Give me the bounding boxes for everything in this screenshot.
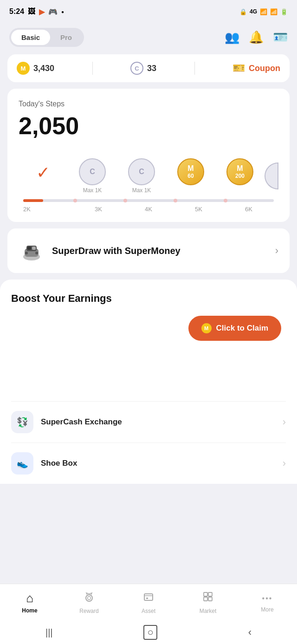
svg-rect-12 xyxy=(208,592,212,596)
superdraw-banner[interactable]: SuperDraw with SuperMoney › xyxy=(7,228,290,273)
shoebox-chevron: › xyxy=(283,457,286,469)
claim-button[interactable]: M Click to Claim xyxy=(188,316,281,341)
supercash-chevron: › xyxy=(283,416,286,428)
nav-asset-label: Asset xyxy=(142,608,155,614)
svg-point-7 xyxy=(86,595,92,601)
status-battery-icon: 🔋 xyxy=(280,8,288,15)
divider-1 xyxy=(92,62,93,75)
milestone-check-icon: ✓ xyxy=(30,159,57,186)
progress-fill xyxy=(23,199,43,202)
plan-toggle[interactable]: Basic Pro xyxy=(9,28,84,47)
nav-reward-label: Reward xyxy=(79,608,98,614)
supercash-text: SuperCash Exchange xyxy=(41,417,122,427)
status-dot: ● xyxy=(61,9,64,14)
svg-rect-14 xyxy=(208,597,212,601)
sys-back-btn[interactable]: ‹ xyxy=(248,626,252,638)
progress-label-5k: 5K xyxy=(174,206,224,213)
shoebox-item[interactable]: 👟 Shoe Box › xyxy=(11,442,286,484)
c-coin-icon: C xyxy=(130,62,143,75)
nav-home-label: Home xyxy=(22,607,37,614)
profile-icon[interactable]: 👥 xyxy=(225,30,239,45)
progress-label-6k: 6K xyxy=(224,206,274,213)
progress-label-2k: 2K xyxy=(23,206,73,213)
progress-dot-2 xyxy=(123,199,127,202)
status-bar: 5:24 🖼 ▶ 🎮 ● 🔒 4G 📶 📶 🔋 xyxy=(0,0,297,23)
nav-home[interactable]: ⌂ Home xyxy=(0,584,59,621)
nav-reward[interactable]: Reward xyxy=(59,584,119,621)
header: Basic Pro 👥 🔔 🪪 xyxy=(0,23,297,54)
svg-rect-13 xyxy=(204,597,207,601)
list-section: 💱 SuperCash Exchange › 👟 Shoe Box › xyxy=(11,401,286,484)
nav-market-label: Market xyxy=(200,608,217,614)
svg-point-5 xyxy=(35,252,38,254)
status-signal2-icon: 📶 xyxy=(270,8,278,15)
boost-section: Boost Your Earnings M Click to Claim 💱 S… xyxy=(0,280,297,484)
steps-card: Today's Steps 2,050 ✓ C Max 1K C Max 1K xyxy=(7,89,290,222)
progress-dot-1 xyxy=(73,199,77,202)
progress-dot-4 xyxy=(224,199,227,202)
svg-point-8 xyxy=(88,597,91,600)
progress-track xyxy=(23,199,274,202)
milestone-sub-4 xyxy=(239,187,240,194)
shoebox-icon: 👟 xyxy=(11,452,33,475)
progress-container: 2K 3K 4K 5K 6K xyxy=(23,199,274,213)
milestone-c-1: C xyxy=(79,158,106,185)
c-coins-value: 33 xyxy=(147,64,156,73)
header-icons: 👥 🔔 🪪 xyxy=(225,30,288,45)
coupon-ticket-icon: 🎫 xyxy=(232,62,245,74)
claim-label: Click to Claim xyxy=(216,324,268,333)
status-photo-icon: 🖼 xyxy=(28,7,35,16)
robot-vacuum-icon xyxy=(19,238,45,264)
milestone-4: M 200 xyxy=(215,158,265,194)
m-coins-value: 3,430 xyxy=(33,64,54,73)
bottom-nav: ⌂ Home Reward Asset xyxy=(0,584,297,621)
nav-more[interactable]: ••• More xyxy=(238,584,297,621)
milestone-3: M 60 xyxy=(166,158,215,194)
milestones-row: ✓ C Max 1K C Max 1K M 60 xyxy=(19,158,278,194)
c-coins[interactable]: C 33 xyxy=(130,62,156,75)
supercash-item[interactable]: 💱 SuperCash Exchange › xyxy=(11,401,286,442)
shoebox-text: Shoe Box xyxy=(41,459,77,468)
milestone-0: ✓ xyxy=(19,159,68,193)
sys-home-btn[interactable]: ○ xyxy=(143,625,157,640)
nav-asset[interactable]: Asset xyxy=(119,584,178,621)
milestone-c-2: C xyxy=(128,158,155,185)
nav-market[interactable]: Market xyxy=(178,584,238,621)
divider-2 xyxy=(194,62,195,75)
milestone-1: C Max 1K xyxy=(68,158,117,194)
svg-rect-10 xyxy=(146,598,148,599)
nav-more-label: More xyxy=(261,606,273,613)
m-coins[interactable]: M 3,430 xyxy=(17,62,54,75)
m-coin-icon: M xyxy=(17,62,30,75)
supercash-icon: 💱 xyxy=(11,411,33,433)
progress-dot-3 xyxy=(174,199,177,202)
superdraw-text: SuperDraw with SuperMoney xyxy=(52,246,181,256)
status-game-icon: 🎮 xyxy=(48,7,58,16)
pro-toggle[interactable]: Pro xyxy=(50,30,82,45)
milestone-m-2: M 200 xyxy=(226,158,253,185)
boost-title: Boost Your Earnings xyxy=(11,293,286,305)
milestone-m-1: M 60 xyxy=(177,158,204,185)
claim-area: M Click to Claim xyxy=(11,316,286,341)
coupon-item[interactable]: 🎫 Coupon xyxy=(232,62,280,74)
milestone-sub-1: Max 1K xyxy=(83,187,102,194)
superdraw-chevron-icon: › xyxy=(275,245,278,257)
more-icon: ••• xyxy=(262,592,273,605)
notification-icon[interactable]: 🔔 xyxy=(249,30,264,45)
steps-count: 2,050 xyxy=(19,112,278,140)
coupon-label: Coupon xyxy=(249,64,280,73)
milestone-2: C Max 1K xyxy=(117,158,166,194)
svg-rect-3 xyxy=(27,247,31,250)
basic-toggle[interactable]: Basic xyxy=(11,30,50,45)
reward-icon xyxy=(83,591,95,606)
milestone-sub-3 xyxy=(190,187,191,194)
progress-label-3k: 3K xyxy=(73,206,123,213)
milestone-partial xyxy=(265,163,278,189)
coins-bar: M 3,430 C 33 🎫 Coupon xyxy=(7,54,290,82)
asset-icon xyxy=(142,591,155,606)
superdraw-left: SuperDraw with SuperMoney xyxy=(19,238,181,264)
wallet-icon[interactable]: 🪪 xyxy=(273,30,288,45)
sys-recents-btn[interactable]: ||| xyxy=(45,627,53,638)
status-network-icon: 4G xyxy=(250,8,257,15)
progress-labels: 2K 3K 4K 5K 6K xyxy=(23,206,274,213)
